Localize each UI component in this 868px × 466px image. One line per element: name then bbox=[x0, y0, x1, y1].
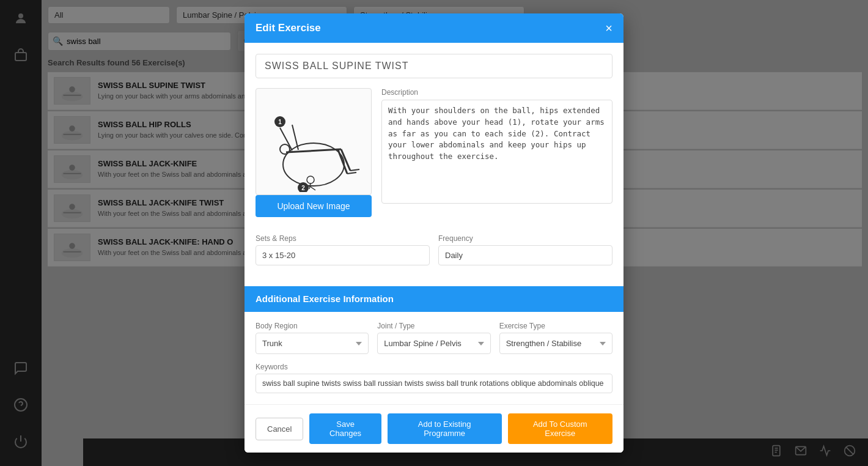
modal-footer: Cancel Save Changes Add to Existing Prog… bbox=[245, 404, 623, 453]
sets-reps-input[interactable] bbox=[256, 245, 430, 265]
save-changes-button[interactable]: Save Changes bbox=[309, 413, 381, 444]
keywords-group: Keywords bbox=[256, 363, 612, 393]
sets-freq-row: Sets & Reps Frequency bbox=[256, 234, 612, 265]
frequency-input[interactable] bbox=[438, 245, 612, 265]
svg-text:2: 2 bbox=[301, 185, 305, 191]
body-region-label: Body Region bbox=[256, 322, 369, 330]
upload-image-button[interactable]: Upload New Image bbox=[256, 195, 372, 217]
body-region-select[interactable]: Trunk bbox=[256, 333, 369, 354]
joint-type-group: Joint / Type Lumbar Spine / Pelvis bbox=[377, 322, 490, 354]
keywords-label: Keywords bbox=[256, 363, 612, 371]
svg-line-34 bbox=[347, 172, 356, 174]
additional-section-header: Additional Exercise Information bbox=[245, 286, 623, 312]
image-description-row: 1 2 Upload New Image Description With yo… bbox=[256, 88, 612, 226]
modal-overlay: Edit Exercise × bbox=[0, 0, 868, 466]
sets-reps-label: Sets & Reps bbox=[256, 234, 430, 243]
sets-reps-group: Sets & Reps bbox=[256, 234, 430, 265]
edit-exercise-modal: Edit Exercise × bbox=[245, 13, 623, 453]
frequency-group: Frequency bbox=[438, 234, 612, 265]
svg-point-35 bbox=[307, 176, 314, 183]
keywords-input[interactable] bbox=[256, 374, 612, 393]
image-column: 1 2 Upload New Image bbox=[256, 88, 372, 226]
exercise-name-field[interactable] bbox=[256, 54, 612, 78]
exercise-type-group: Exercise Type Strengthen / Stabilise bbox=[499, 322, 612, 354]
exercise-type-select[interactable]: Strengthen / Stabilise bbox=[499, 333, 612, 354]
svg-text:1: 1 bbox=[278, 119, 282, 125]
add-custom-exercise-button[interactable]: Add To Custom Exercise bbox=[508, 413, 612, 444]
svg-line-30 bbox=[292, 125, 298, 150]
modal-close-button[interactable]: × bbox=[605, 22, 612, 34]
body-region-group: Body Region Trunk bbox=[256, 322, 369, 354]
add-existing-programme-button[interactable]: Add to Existing Programme bbox=[388, 413, 502, 444]
description-label: Description bbox=[381, 88, 612, 97]
svg-line-33 bbox=[350, 169, 359, 171]
joint-type-label: Joint / Type bbox=[377, 322, 490, 330]
exercise-image-box: 1 2 bbox=[256, 88, 372, 195]
svg-point-28 bbox=[280, 144, 290, 154]
dropdowns-row: Body Region Trunk Joint / Type Lumbar Sp… bbox=[256, 322, 612, 354]
joint-type-select[interactable]: Lumbar Spine / Pelvis bbox=[377, 333, 490, 354]
description-area: Description With your shoulders on the b… bbox=[381, 88, 612, 226]
description-textarea[interactable]: With your shoulders on the ball, hips ex… bbox=[381, 100, 612, 204]
svg-line-38 bbox=[309, 186, 315, 190]
frequency-label: Frequency bbox=[438, 234, 612, 243]
modal-title: Edit Exercise bbox=[256, 22, 321, 34]
svg-line-29 bbox=[280, 128, 292, 150]
modal-header: Edit Exercise × bbox=[245, 13, 623, 43]
modal-body: 1 2 Upload New Image Description With yo… bbox=[245, 43, 623, 276]
additional-title: Additional Exercise Information bbox=[256, 294, 394, 304]
svg-line-27 bbox=[286, 149, 341, 152]
exercise-type-label: Exercise Type bbox=[499, 322, 612, 330]
cancel-button[interactable]: Cancel bbox=[256, 418, 303, 440]
additional-section-body: Body Region Trunk Joint / Type Lumbar Sp… bbox=[245, 312, 623, 404]
